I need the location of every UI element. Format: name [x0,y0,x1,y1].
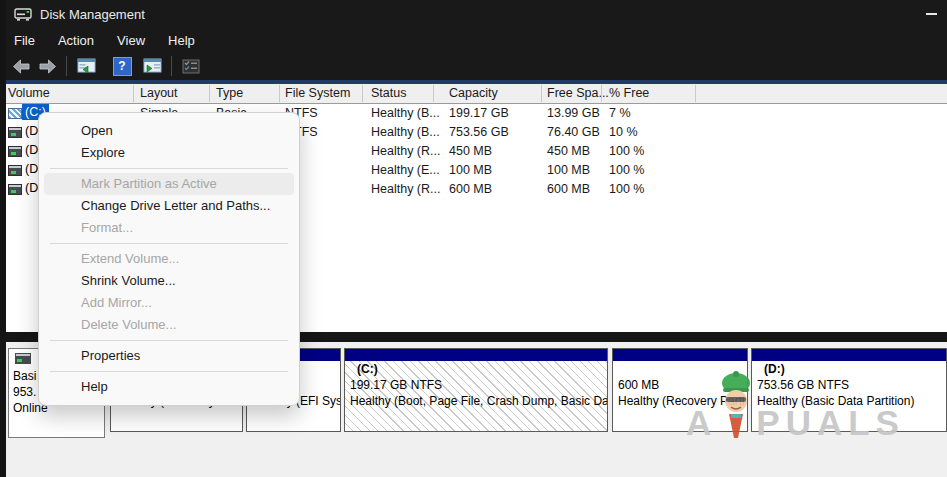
column-header-file-system[interactable]: File System [285,86,350,100]
cell-free: 450 MB [547,144,590,158]
forward-arrow-icon[interactable] [35,54,59,78]
column-header-status[interactable]: Status [371,86,406,100]
menu-item-explore[interactable]: Explore [44,142,294,164]
console-tree-toggle-icon[interactable] [74,54,98,78]
cell-pct_free: 100 % [609,182,644,196]
column-header-capacity[interactable]: Capacity [449,86,498,100]
cell-free: 100 MB [547,163,590,177]
cell-free: 76.40 GB [547,125,600,139]
watermark-text: PUALS [756,404,905,442]
column-header-pct-free[interactable]: % Free [609,86,649,100]
menu-file[interactable]: File [5,30,44,51]
column-header-volume[interactable]: Volume [8,86,50,100]
disk-icon [15,353,31,364]
cell-status: Healthy (B... [371,106,440,120]
volume-icon [8,108,22,119]
menu-help[interactable]: Help [159,30,204,51]
cell-capacity: 199.17 GB [449,106,509,120]
watermark-letter-a: A [686,404,717,442]
cell-capacity: 100 MB [449,163,492,177]
menu-separator [50,243,288,244]
partition-color-strip [345,349,607,361]
cell-status: Healthy (R... [371,182,440,196]
menu-item-extend-volume: Extend Volume... [44,248,294,270]
cell-pct_free: 100 % [609,144,644,158]
menu-item-mark-partition-as-active: Mark Partition as Active [44,173,294,195]
volume-table-header: Volume Layout Type File System Status Ca… [0,84,947,104]
partition-body: (C:)199.17 GB NTFSHealthy (Boot, Page Fi… [345,361,607,431]
cell-capacity: 753.56 GB [449,125,509,139]
menu-separator [50,371,288,372]
volume-icon [8,165,22,176]
menu-item-format: Format... [44,217,294,239]
cell-pct_free: 7 % [609,106,631,120]
column-header-type[interactable]: Type [216,86,243,100]
menu-item-change-drive-letter-and-paths[interactable]: Change Drive Letter and Paths... [44,195,294,217]
menu-item-help[interactable]: Help [44,376,294,398]
partition-color-strip [613,349,747,361]
partition-color-strip [752,349,946,361]
properties-list-icon [179,54,203,78]
title-bar: Disk Management [0,0,947,28]
volume-icon [8,184,22,195]
menu-item-delete-volume: Delete Volume... [44,314,294,336]
cell-status: Healthy (R... [371,144,440,158]
volume-icon [8,127,22,138]
toolbar-separator [66,56,67,76]
menu-view[interactable]: View [108,30,154,51]
menu-item-add-mirror: Add Mirror... [44,292,294,314]
column-header-free-space[interactable]: Free Spa... [547,86,609,100]
back-arrow-icon[interactable] [9,54,33,78]
volume-context-menu: OpenExploreMark Partition as ActiveChang… [38,112,300,406]
menu-item-properties[interactable]: Properties [44,345,294,367]
menu-item-shrink-volume[interactable]: Shrink Volume... [44,270,294,292]
cell-capacity: 600 MB [449,182,492,196]
appuals-mascot-icon [717,370,755,446]
cell-free: 13.99 GB [547,106,600,120]
window-title: Disk Management [40,7,145,22]
menu-item-open[interactable]: Open [44,120,294,142]
action-pane-toggle-icon[interactable] [140,54,164,78]
minimize-button[interactable] [916,0,947,28]
menu-bar: File Action View Help [0,28,947,52]
cell-free: 600 MB [547,182,590,196]
disk-drive-icon [14,8,32,21]
window-left-border [0,0,6,477]
cell-status: Healthy (B... [371,125,440,139]
cell-capacity: 450 MB [449,144,492,158]
column-header-layout[interactable]: Layout [140,86,178,100]
minimize-icon [926,13,937,15]
toolbar: ? [0,52,947,80]
cell-pct_free: 10 % [609,125,638,139]
menu-separator [50,168,288,169]
partition-line3: Healthy (Boot, Page File, Crash Dump, Ba… [350,393,607,409]
disk-management-window: Disk Management File Action View Help ? [0,0,947,477]
appuals-watermark: A PUALS [686,366,906,442]
toolbar-separator [171,56,172,76]
menu-separator [50,340,288,341]
cell-status: Healthy (E... [371,163,440,177]
help-icon[interactable]: ? [110,54,134,78]
menu-action[interactable]: Action [49,30,103,51]
partition-line1: (C:) [357,361,607,377]
cell-pct_free: 100 % [609,163,644,177]
volume-icon [8,146,22,157]
partition-line2: 199.17 GB NTFS [350,377,607,393]
partition-box[interactable]: (C:)199.17 GB NTFSHealthy (Boot, Page Fi… [344,348,608,432]
